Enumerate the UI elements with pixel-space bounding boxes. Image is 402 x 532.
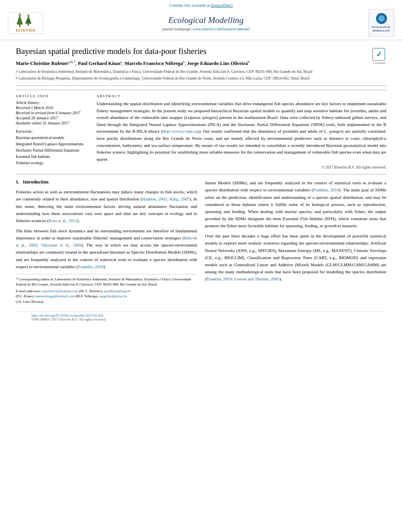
copyright-notice: © 2017 Elsevier B.V. All rights reserved… <box>97 165 386 169</box>
elsevier-tree-svg <box>16 13 35 28</box>
keyword-5: Fisheries ecology <box>16 160 89 166</box>
available-date: Available online 31 January 2017 <box>16 121 89 125</box>
haddon-ref[interactable]: Haddon, 2001; King, 2007 <box>142 196 190 201</box>
history-label: Article history: <box>16 100 89 105</box>
sciencedirect-link[interactable]: ScienceDirect <box>210 3 233 7</box>
species-italic: Lutjanus synagris <box>186 115 217 120</box>
babcok-ref[interactable]: Babcok et al., 2005; Valavanis et al., 2… <box>16 235 197 247</box>
authors-line: Marie-Christine Rufenera,b,*, Paul Gerha… <box>16 60 386 67</box>
thumbnail-text: ECOLOGICALMODELLING <box>372 26 391 33</box>
keyword-4: Essential fish habitats <box>16 154 89 160</box>
elsevier-logo: ELSEVIER <box>8 12 43 34</box>
rinla-link[interactable]: http://www.r-inla.org <box>162 129 199 133</box>
article-title: Bayesian spatial predictive models for d… <box>16 46 386 57</box>
sciencedirect-banner: Contents lists available at ScienceDirec… <box>8 3 394 7</box>
keywords-label: Keywords: <box>16 129 89 133</box>
email-1[interactable]: machris55@hotmail.com <box>42 289 78 293</box>
header-main-row: ELSEVIER Ecological Modelling journal ho… <box>8 9 394 37</box>
page: Contents lists available at ScienceDirec… <box>0 0 402 532</box>
thumbnail-circle-icon <box>376 13 387 24</box>
svg-marker-0 <box>17 15 23 24</box>
journal-title-area: Ecological Modelling journal homepage: w… <box>43 15 368 31</box>
journal-homepage: journal homepage: www.elsevier.com/locat… <box>43 27 368 31</box>
svg-marker-3 <box>25 16 32 24</box>
affil-b: b Laboratório de Biologia Pesqueira, Dep… <box>16 76 386 81</box>
section-title: Introduction <box>23 179 48 185</box>
keywords-list: Bayesian geostatistical models Integrate… <box>16 135 89 166</box>
crossmark-label: CrossMark <box>372 61 386 65</box>
doi-link[interactable]: http://dx.doi.org/10.1016/j.ecolmodel.20… <box>32 313 103 317</box>
svg-marker-2 <box>18 13 21 16</box>
footnote-corresponding: * Corresponding author at: Laboratório d… <box>16 277 197 287</box>
email-3[interactable]: mamnobrega@hotmail.com <box>35 294 75 298</box>
author-2: Paul Gerhard Kinas <box>78 61 120 66</box>
elsevier-brand-label: ELSEVIER <box>16 28 35 32</box>
keywords-heading: Keywords: <box>16 129 33 133</box>
received-date: Received 1 March 2016 <box>16 106 89 110</box>
article-info-abstract: ARTICLE INFO Article history: Received 1… <box>16 90 386 169</box>
homepage-url[interactable]: www.elsevier.com/locate/ecolmodel <box>193 27 250 31</box>
body-para-2: The links between fish stock dynamics an… <box>16 227 197 270</box>
author-3-sup: b <box>183 60 185 64</box>
body-left-col: 1. Introduction Fisheries action as well… <box>16 179 197 306</box>
affil-a-letter: a <box>16 69 17 74</box>
affil-a-text: Laboratório de Estatística Ambiental, In… <box>19 69 313 74</box>
franklin-ref-2[interactable]: Franklin, 2010 <box>313 187 339 192</box>
abstract-label: ABSTRACT <box>97 94 386 98</box>
affil-b-text: Laboratório de Biologia Pesqueira, Depar… <box>19 76 310 81</box>
abstract-col: ABSTRACT Understanding the spatial distr… <box>97 94 386 169</box>
email-4[interactable]: jorgelins@ufrnet.br <box>99 294 127 298</box>
author-1: Marie-Christine Rufener <box>16 61 69 66</box>
elsevier-tree-icon <box>16 13 35 28</box>
crossmark-icon: ✓ <box>372 48 385 61</box>
keyword-2: Integrated Nested Laplace Approximations <box>16 141 89 147</box>
svg-rect-4 <box>28 24 29 26</box>
body-right-col: bution Models (SDMs), and are frequently… <box>205 179 386 306</box>
chlorophyll-italic: a <box>384 136 387 141</box>
page-footer: http://dx.doi.org/10.1016/j.ecolmodel.20… <box>16 311 386 323</box>
footnote-emails: E-mail addresses: machris55@hotmail.com … <box>16 289 197 305</box>
franklin-guisan-ref[interactable]: Franklin, 2010; Guisan and Thuiller, 200… <box>207 276 279 281</box>
email-label: E-mail addresses: <box>16 289 41 293</box>
journal-thumbnail: ECOLOGICALMODELLING <box>368 9 394 37</box>
page-header: Contents lists available at ScienceDirec… <box>0 0 402 40</box>
section-1-heading: 1. Introduction <box>16 179 197 185</box>
section-number: 1. <box>16 179 19 185</box>
efh-italic: Essential Fish Habitat <box>283 216 323 221</box>
article-header-section: ✓ CrossMark Bayesian spatial predictive … <box>16 40 386 86</box>
affiliations: a Laboratório de Estatística Ambiental, … <box>16 69 386 81</box>
right-para-2: Over the past three decades a huge effor… <box>205 232 386 282</box>
body-para-1: Fisheries action as well as environmenta… <box>16 188 197 224</box>
species-italic-2: L. synagris <box>324 129 344 133</box>
thumbnail-inner-circle <box>378 15 385 22</box>
accepted-date: Accepted 20 January 2017 <box>16 116 89 120</box>
email-2[interactable]: paulkinas@furg.br <box>104 289 130 293</box>
svg-rect-1 <box>19 24 20 27</box>
body-section: 1. Introduction Fisheries action as well… <box>16 179 386 306</box>
footnotes: * Corresponding author at: Laboratório d… <box>16 274 197 305</box>
svg-marker-5 <box>27 14 30 17</box>
crossmark-badge: ✓ CrossMark <box>372 48 386 62</box>
keyword-1: Bayesian geostatistical models <box>16 135 89 141</box>
main-content: ✓ CrossMark Bayesian spatial predictive … <box>0 40 402 323</box>
abstract-body: Understanding the spatial distribution a… <box>97 100 386 163</box>
revised-date: Received in revised form 6 January 2017 <box>16 111 89 115</box>
ross-ref[interactable]: Ross et al., 2012 <box>48 218 77 223</box>
author-4-sup: b <box>248 60 250 64</box>
right-para-1: bution Models (SDMs), and are frequently… <box>205 179 386 229</box>
available-text: Contents lists available at <box>169 3 209 7</box>
homepage-label: journal homepage: <box>162 27 192 31</box>
author-2-sup: a <box>121 60 122 64</box>
author-1-sup: a,b,* <box>69 60 76 64</box>
author-3: Marcelo Francisco Nóbrega <box>125 61 183 66</box>
history-text: Article history: <box>16 100 40 105</box>
article-info-col: ARTICLE INFO Article history: Received 1… <box>16 94 89 169</box>
affil-a: a Laboratório de Estatística Ambiental, … <box>16 69 386 74</box>
footer-issn: 0304-3800/© 2017 Elsevier B.V. All right… <box>32 317 106 321</box>
keyword-3: Stochastic Partial Differential Equation… <box>16 147 89 154</box>
journal-title: Ecological Modelling <box>43 15 368 25</box>
affil-b-letter: b <box>16 76 18 81</box>
franklin-ref[interactable]: Franklin, 2010 <box>78 264 104 269</box>
author-4: Jorge Eduardo Lins Oliveira <box>187 61 248 66</box>
section-divider <box>16 174 386 174</box>
